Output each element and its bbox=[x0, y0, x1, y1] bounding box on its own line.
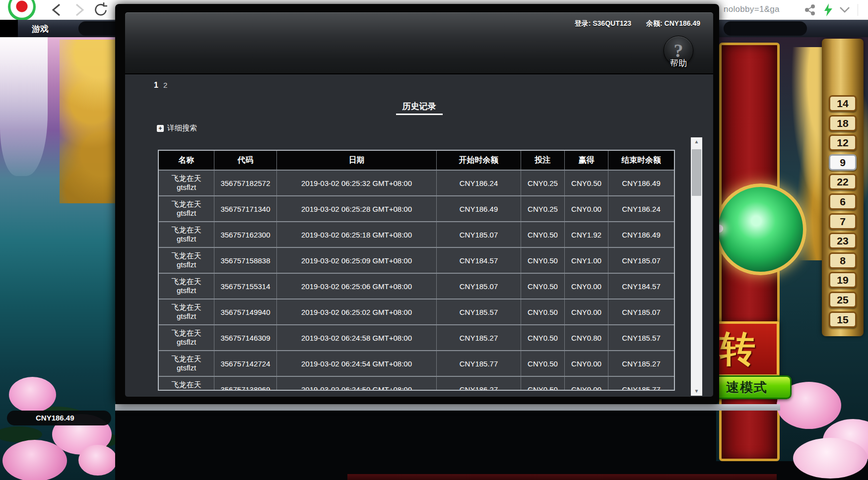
green-orb-art bbox=[715, 183, 806, 275]
table-header-row: 名称代码日期开始时余额投注赢得结束时余额 bbox=[159, 151, 674, 170]
scrollbar-thumb[interactable] bbox=[692, 149, 701, 196]
lotus-flower-art bbox=[9, 377, 56, 413]
login-id-text: 登录: S36QUT123 bbox=[575, 19, 631, 28]
table-cell: CNY0.50 bbox=[521, 377, 565, 391]
table-cell: 2019-03-02 06:25:06 GMT+08:00 bbox=[277, 274, 437, 299]
scroll-down-icon[interactable]: ▼ bbox=[691, 387, 702, 396]
table-cell: CNY185.27 bbox=[608, 351, 674, 376]
table-cell: CNY0.25 bbox=[521, 171, 565, 195]
page-bottom-strip bbox=[115, 404, 780, 411]
scroll-up-icon[interactable]: ▲ bbox=[691, 137, 702, 146]
table-cell: CNY0.00 bbox=[565, 274, 608, 299]
table-cell: CNY0.50 bbox=[521, 248, 565, 273]
table-cell: CNY186.49 bbox=[437, 196, 521, 221]
refresh-icon[interactable] bbox=[92, 2, 108, 18]
spin-banner-label: 转 bbox=[720, 325, 755, 373]
table-cell: CNY1.92 bbox=[565, 222, 608, 247]
site-favicon-icon bbox=[8, 0, 36, 21]
game-name-cell: 飞龙在天gtsflzt bbox=[159, 248, 214, 273]
table-cell: 2019-03-02 06:25:32 GMT+08:00 bbox=[277, 171, 437, 195]
tab-games[interactable]: 游戏 bbox=[32, 23, 49, 35]
share-icon[interactable] bbox=[804, 4, 816, 15]
table-row: 飞龙在天gtsflzt3567571713402019-03-02 06:25:… bbox=[159, 195, 674, 221]
table-row: 飞龙在天gtsflzt3567571553142019-03-02 06:25:… bbox=[159, 273, 674, 299]
game-name-cell: 飞龙在天gtsflzt bbox=[159, 196, 214, 221]
table-cell: 356757146309 bbox=[214, 325, 277, 350]
table-cell: 356757138969 bbox=[214, 377, 277, 391]
table-cell: CNY1.00 bbox=[565, 248, 608, 273]
expand-plus-icon[interactable]: + bbox=[157, 125, 164, 132]
table-cell: 2019-03-02 06:25:28 GMT+08:00 bbox=[277, 196, 437, 221]
scrollbar[interactable]: ▲ ▼ bbox=[691, 137, 702, 396]
pagination: 12 bbox=[154, 81, 172, 90]
table-cell: CNY185.77 bbox=[608, 377, 674, 391]
detailed-search-toggle[interactable]: + 详细搜索 bbox=[157, 123, 197, 133]
page-number[interactable]: 2 bbox=[163, 81, 167, 89]
table-cell: CNY186.24 bbox=[608, 196, 674, 221]
modal-body: 12 历史记录 + 详细搜索 名称代码日期开始时余额投注赢得结束时余额 飞龙在天… bbox=[125, 74, 713, 397]
table-cell: CNY186.27 bbox=[437, 377, 521, 391]
table-cell: 356757182572 bbox=[214, 171, 277, 195]
game-name-cell: 飞龙在天gtsflzt bbox=[159, 377, 214, 391]
balance-text: 余额: CNY186.49 bbox=[646, 19, 700, 28]
table-cell: CNY0.25 bbox=[521, 196, 565, 221]
table-cell: CNY0.50 bbox=[521, 300, 565, 324]
table-cell: CNY185.07 bbox=[437, 222, 521, 247]
golden-dragon-art bbox=[60, 40, 116, 203]
bottom-red-strip bbox=[347, 474, 777, 480]
table-cell: 356757149940 bbox=[214, 300, 277, 324]
table-cell: CNY0.80 bbox=[565, 325, 608, 350]
table-row: 飞龙在天gtsflzt3567571499402019-03-02 06:25:… bbox=[159, 299, 674, 324]
tab-bar-pill bbox=[724, 21, 807, 36]
game-name-cell: 飞龙在天gtsflzt bbox=[159, 351, 214, 376]
table-cell: CNY186.49 bbox=[608, 222, 674, 247]
lotus-flower-art bbox=[2, 440, 67, 480]
table-cell: CNY185.57 bbox=[608, 325, 674, 350]
game-name-cell: 飞龙在天gtsflzt bbox=[159, 222, 214, 247]
url-fragment[interactable]: nolobby=1&ga bbox=[724, 4, 780, 14]
detailed-search-label: 详细搜索 bbox=[167, 123, 197, 133]
table-cell: CNY0.50 bbox=[521, 325, 565, 350]
table-cell: 356757142724 bbox=[214, 351, 277, 376]
lotus-flower-art bbox=[793, 438, 868, 479]
table-cell: CNY186.49 bbox=[608, 171, 674, 195]
column-header: 日期 bbox=[277, 151, 437, 170]
lotus-flower-art bbox=[78, 445, 117, 476]
table-body: 飞龙在天gtsflzt3567571825722019-03-02 06:25:… bbox=[159, 170, 674, 391]
page-number[interactable]: 1 bbox=[154, 81, 158, 89]
history-modal: 登录: S36QUT123 余额: CNY186.49 ? 帮助 12 历史记录… bbox=[115, 4, 719, 404]
table-cell: CNY185.07 bbox=[608, 300, 674, 324]
table-cell: CNY185.77 bbox=[437, 351, 521, 376]
game-name-cell: 飞龙在天gtsflzt bbox=[159, 274, 214, 299]
screen: 14181292267238192515 转 速模式 nolobby=1&ga bbox=[0, 0, 868, 480]
title-underline bbox=[396, 114, 443, 115]
table-cell: 2019-03-02 06:25:18 GMT+08:00 bbox=[277, 222, 437, 247]
back-icon[interactable] bbox=[49, 2, 66, 17]
column-header: 代码 bbox=[214, 151, 277, 170]
table-cell: 356757155314 bbox=[214, 274, 277, 299]
table-cell: CNY185.27 bbox=[437, 325, 521, 350]
game-name-cell: 飞龙在天gtsflzt bbox=[159, 171, 214, 195]
table-cell: 356757171340 bbox=[214, 196, 277, 221]
page-bottom-area bbox=[115, 411, 716, 480]
balance-pill: CNY186.49 bbox=[7, 411, 111, 425]
toolbar-divider bbox=[858, 4, 858, 16]
table-row: 飞龙在天gtsflzt3567571389692019-03-02 06:24:… bbox=[159, 376, 674, 391]
table-row: 飞龙在天gtsflzt3567571463092019-03-02 06:24:… bbox=[159, 324, 674, 350]
table-cell: 2019-03-02 06:25:02 GMT+08:00 bbox=[277, 300, 437, 324]
game-name-cell: 飞龙在天gtsflzt bbox=[159, 300, 214, 324]
chevron-down-icon[interactable] bbox=[839, 6, 851, 14]
table-cell: CNY0.50 bbox=[521, 351, 565, 376]
table-cell: CNY0.50 bbox=[565, 171, 608, 195]
table-cell: CNY0.50 bbox=[521, 222, 565, 247]
table-cell: CNY184.57 bbox=[437, 248, 521, 273]
game-name-cell: 飞龙在天gtsflzt bbox=[159, 325, 214, 350]
column-header: 开始时余额 bbox=[437, 151, 521, 170]
column-header: 投注 bbox=[521, 151, 565, 170]
table-cell: 2019-03-02 06:24:58 GMT+08:00 bbox=[277, 325, 437, 350]
forward-icon[interactable] bbox=[71, 2, 88, 17]
table-row: 飞龙在天gtsflzt3567571825722019-03-02 06:25:… bbox=[159, 170, 674, 195]
lightning-icon[interactable] bbox=[823, 3, 834, 16]
table-cell: 2019-03-02 06:24:50 GMT+08:00 bbox=[277, 377, 437, 391]
waterfall-art bbox=[0, 37, 48, 176]
